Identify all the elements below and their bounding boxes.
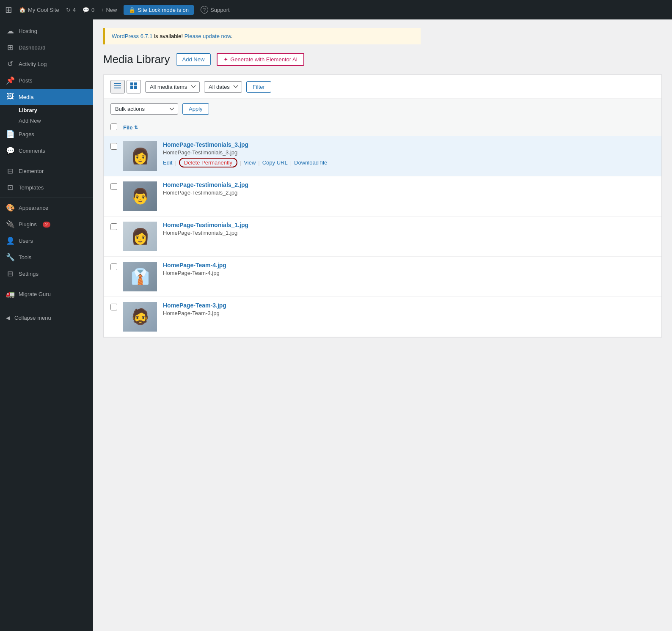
row-info: HomePage-Team-3.jpg HomePage-Team-3.jpg [163, 302, 655, 318]
filename-link[interactable]: HomePage-Team-3.jpg [163, 302, 226, 309]
sidebar-divider3 [0, 284, 93, 284]
person-avatar-icon: 👩 [131, 147, 150, 165]
person-avatar-icon: 👨 [131, 187, 150, 205]
lock-icon: 🔒 [129, 7, 135, 13]
update-notice: WordPress 6.7.1 is available! Please upd… [103, 28, 421, 44]
main-content: WordPress 6.7.1 is available! Please upd… [93, 19, 672, 631]
sidebar-item-plugins[interactable]: 🔌 Plugins 2 [0, 216, 93, 233]
sidebar-item-media[interactable]: 🖼 Media [0, 89, 93, 105]
grid-view-button[interactable] [127, 80, 141, 93]
row-checkbox[interactable] [110, 143, 117, 150]
updates-link[interactable]: ↻ 4 [66, 7, 76, 13]
filename-link[interactable]: HomePage-Team-4.jpg [163, 262, 226, 269]
elementor-icon: ⊟ [6, 167, 14, 176]
sidebar-item-hosting[interactable]: ☁ Hosting [0, 23, 93, 39]
filename-plain: HomePage-Testimonials_3.jpg [163, 149, 655, 156]
copy-url-action-link[interactable]: Copy URL [262, 159, 288, 166]
sidebar-item-migrate-guru[interactable]: 🚛 Migrate Guru [0, 286, 93, 302]
plugins-badge: 2 [43, 222, 50, 228]
sidebar-divider [0, 161, 93, 161]
filename-plain: HomePage-Team-3.jpg [163, 310, 655, 316]
view-action-link[interactable]: View [244, 159, 256, 166]
support-link[interactable]: ? Support [201, 6, 230, 14]
bulk-apply-button[interactable]: Apply [182, 103, 209, 115]
sidebar-item-dashboard[interactable]: ⊞ Dashboard [0, 39, 93, 56]
row-checkbox[interactable] [110, 183, 117, 190]
templates-icon: ⊡ [6, 183, 14, 192]
filename-link[interactable]: HomePage-Testimonials_2.jpg [163, 181, 248, 188]
sidebar-item-activity-log[interactable]: ↺ Activity Log [0, 56, 93, 72]
svg-rect-5 [130, 86, 133, 89]
migrate-icon: 🚛 [6, 290, 14, 299]
comments-link[interactable]: 💬 0 [83, 7, 94, 13]
sidebar-item-posts[interactable]: 📌 Posts [0, 72, 93, 89]
edit-action-link[interactable]: Edit [163, 159, 172, 166]
users-icon: 👤 [6, 236, 14, 245]
sidebar: ☁ Hosting ⊞ Dashboard ↺ Activity Log 📌 P… [0, 19, 93, 631]
sidebar-item-comments[interactable]: 💬 Comments [0, 143, 93, 159]
activity-icon: ↺ [6, 60, 14, 69]
row-info: HomePage-Team-4.jpg HomePage-Team-4.jpg [163, 262, 655, 278]
tools-icon: 🔧 [6, 253, 14, 262]
posts-icon: 📌 [6, 76, 14, 85]
support-icon: ? [201, 6, 208, 14]
sidebar-item-settings[interactable]: ⊟ Settings [0, 266, 93, 282]
thumbnail: 👩 [123, 222, 157, 251]
thumbnail: 👔 [123, 262, 157, 291]
sidebar-divider2 [0, 198, 93, 198]
wp-version-link[interactable]: WordPress 6.7.1 [112, 33, 153, 39]
svg-rect-3 [130, 82, 133, 85]
sidebar-item-templates[interactable]: ⊡ Templates [0, 179, 93, 196]
filter-bar: All media items Images Audio Video Docum… [103, 74, 662, 99]
table-row: 👩 HomePage-Testimonials_1.jpg HomePage-T… [104, 217, 661, 257]
svg-rect-1 [114, 85, 121, 86]
new-content-button[interactable]: + New [101, 7, 117, 13]
media-type-filter[interactable]: All media items Images Audio Video Docum… [145, 81, 200, 93]
download-action-link[interactable]: Download file [294, 159, 327, 166]
add-new-button[interactable]: Add New [176, 53, 211, 66]
home-icon: 🏠 [19, 7, 26, 13]
svg-rect-2 [114, 88, 121, 88]
person-avatar-icon: 👩 [131, 228, 150, 245]
file-column-header[interactable]: File ⇅ [123, 124, 138, 131]
sidebar-item-users[interactable]: 👤 Users [0, 233, 93, 249]
filename-link[interactable]: HomePage-Testimonials_1.jpg [163, 222, 248, 228]
filter-button[interactable]: Filter [246, 81, 271, 93]
site-lock-button[interactable]: 🔒 Site Lock mode is on [124, 5, 194, 15]
filename-plain: HomePage-Testimonials_1.jpg [163, 230, 655, 236]
sidebar-item-tools[interactable]: 🔧 Tools [0, 249, 93, 266]
filename-link[interactable]: HomePage-Testimonials_3.jpg [163, 141, 248, 148]
elementor-ai-button[interactable]: ✦ Generate with Elementor AI [217, 53, 304, 66]
site-name[interactable]: 🏠 My Cool Site [19, 7, 59, 13]
wp-logo[interactable]: ⊞ [5, 5, 12, 15]
person-avatar-icon: 👔 [131, 268, 150, 285]
collapse-menu-button[interactable]: ◀ Collapse menu [0, 311, 93, 325]
page-title: Media Library [103, 53, 170, 66]
row-checkbox[interactable] [110, 223, 117, 230]
svg-rect-4 [134, 82, 137, 85]
update-now-link[interactable]: Please update now [185, 33, 231, 39]
sidebar-sub-library[interactable]: Library [0, 105, 93, 115]
pages-icon: 📄 [6, 130, 14, 139]
table-header: File ⇅ [104, 119, 661, 136]
sidebar-item-pages[interactable]: 📄 Pages [0, 126, 93, 143]
list-view-button[interactable] [110, 80, 125, 93]
sort-icon: ⇅ [134, 125, 138, 130]
date-filter[interactable]: All dates [204, 81, 242, 93]
row-checkbox[interactable] [110, 263, 117, 270]
settings-icon: ⊟ [6, 269, 14, 278]
row-checkbox[interactable] [110, 304, 117, 310]
sidebar-sub-add-new[interactable]: Add New [0, 115, 93, 126]
thumbnail: 👩 [123, 141, 157, 171]
sidebar-item-elementor[interactable]: ⊟ Elementor [0, 163, 93, 179]
comments-nav-icon: 💬 [6, 146, 14, 155]
media-table: File ⇅ 👩 HomePage-Testimonials_3.jpg Hom… [103, 119, 662, 337]
app-layout: ☁ Hosting ⊞ Dashboard ↺ Activity Log 📌 P… [0, 19, 672, 631]
row-info: HomePage-Testimonials_1.jpg HomePage-Tes… [163, 222, 655, 238]
filename-plain: HomePage-Testimonials_2.jpg [163, 189, 655, 196]
person-avatar-icon: 🧔 [131, 308, 150, 326]
sidebar-item-appearance[interactable]: 🎨 Appearance [0, 200, 93, 216]
select-all-checkbox[interactable] [110, 123, 117, 130]
bulk-actions-select[interactable]: Bulk actions Delete Permanently [110, 103, 178, 115]
delete-permanently-action-link[interactable]: Delete Permanently [179, 158, 237, 167]
